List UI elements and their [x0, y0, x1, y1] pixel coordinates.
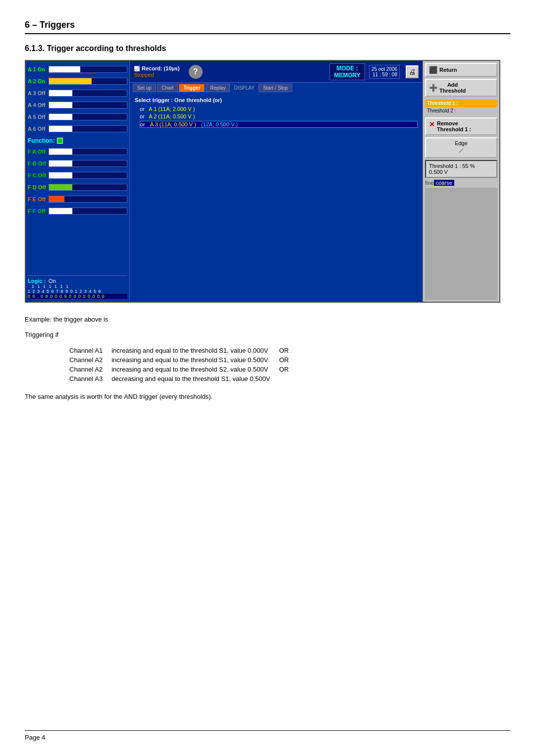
channel-a4-bar-container	[49, 102, 127, 108]
trigger-option-1-text: A 1 (11A; 2.000 V )	[149, 106, 195, 112]
record-label: Record: (10µs)	[142, 65, 180, 71]
channel-fd-bar	[49, 184, 72, 190]
tab-setup[interactable]: Set up	[133, 84, 156, 92]
right-panel: ⬛ Return ➕ AddThreshold Threshold 1 : Th…	[423, 61, 499, 302]
channel-a5-bar	[49, 114, 72, 120]
return-label: Return	[439, 67, 457, 73]
channel-a3-bar	[49, 90, 72, 96]
trigger-desc-1: increasing and equal to the threshold S1…	[107, 346, 274, 355]
trigger-title: Select trigger : One threshold (or)	[135, 97, 418, 103]
channel-a2[interactable]: A 2 On	[28, 76, 127, 87]
edge-button[interactable]: Edge ⟋	[425, 137, 497, 158]
footer: Page 4	[25, 730, 510, 741]
trigger-option-2[interactable]: or A 2 (11A; 0.500 V )	[140, 113, 418, 119]
threshold-value-box: Threshold 1 : 55 % 0.500 V	[425, 160, 497, 178]
logic-numbers-row1: 1 1 1 1 1 1 1	[28, 284, 127, 289]
channel-ff-label: F F Off	[28, 208, 48, 214]
trigger-connector-1: OR	[275, 346, 293, 355]
or-label-3: or	[140, 121, 148, 127]
trigger-desc-4: decreasing and equal to the threshold S1…	[107, 375, 274, 383]
threshold2-label[interactable]: Threshold 2 :	[425, 107, 497, 114]
nav-row: Set up Chart Trigger Replay DISPLAY Star…	[130, 83, 423, 93]
channel-a6-label: A 6 Off	[28, 126, 48, 132]
fine-coarse-box: fine coarse	[425, 180, 497, 186]
date-display: 25 oct 2006	[372, 66, 397, 72]
trigger-option-3-text: A 3 (11A; 0.500 V )	[150, 121, 196, 127]
edge-icon: ⟋	[429, 146, 493, 155]
channel-fc-bar	[49, 172, 72, 178]
mode-value: MEMORY	[334, 72, 361, 79]
start-stop-button[interactable]: Start / Stop	[259, 84, 292, 92]
datetime-box: 25 oct 2006 11 : 59 : 08	[369, 65, 400, 79]
tab-replay[interactable]: Replay	[206, 84, 230, 92]
return-icon-area: 🖨	[406, 65, 419, 78]
function-text: Function:	[28, 137, 55, 144]
channel-a5-label: A 5 Off	[28, 114, 48, 120]
return-button[interactable]: ⬛ Return	[425, 63, 497, 77]
trigger-area: Select trigger : One threshold (or) or A…	[130, 93, 423, 133]
return-icon-button[interactable]: 🖨	[406, 65, 419, 78]
channel-fa[interactable]: F A Off	[28, 146, 127, 157]
channel-fc-label: F C Off	[28, 172, 48, 178]
channel-fc[interactable]: F C Off	[28, 170, 127, 181]
channel-fd[interactable]: F D Off	[28, 182, 127, 193]
channel-a3-label: A 3 Off	[28, 90, 48, 96]
trigger-option-3[interactable]: or A 3 (11A; 0.500 V ) (12A; 0.500 V )	[140, 121, 418, 128]
channel-ff[interactable]: F F Off	[28, 206, 127, 216]
logic-label: Logic :	[28, 278, 46, 284]
trigger-channel-1: Channel A1	[65, 346, 107, 355]
channel-fe-bar	[49, 196, 64, 202]
threshold-percent: Threshold 1 : 55 %	[429, 163, 493, 169]
channel-a5[interactable]: A 5 Off	[28, 111, 127, 122]
channel-a1[interactable]: A 1 On	[28, 64, 127, 75]
channel-fa-bar	[49, 149, 72, 155]
coarse-label[interactable]: coarse	[434, 180, 454, 186]
channel-a4-bar	[49, 102, 72, 108]
remove-threshold-button[interactable]: ✕ RemoveThreshold 1 :	[425, 117, 497, 135]
channel-fc-bar-container	[49, 172, 127, 179]
left-panel: A 1 On A 2 On A 3 Off A 4 Off A 5 Off	[26, 61, 130, 302]
mode-label: MODE :	[334, 65, 361, 72]
or-label-1: or	[140, 106, 148, 112]
channel-fb[interactable]: F B Off	[28, 158, 127, 169]
section-title: 6 – Triggers	[25, 20, 510, 34]
page-label: Page 4	[25, 734, 45, 741]
question-icon[interactable]: ?	[189, 65, 203, 79]
channel-a2-bar-container	[49, 78, 127, 85]
channel-fa-bar-container	[49, 148, 127, 155]
tab-trigger[interactable]: Trigger	[179, 84, 205, 92]
gray-filler	[425, 188, 497, 300]
threshold-labels: Threshold 1 : Threshold 2 :	[425, 99, 497, 115]
center-panel: 📈 Record: (10µs) Stopped ? MODE : MEMORY…	[130, 61, 423, 302]
channel-a6[interactable]: A 6 Off	[28, 123, 127, 134]
channel-fe-bar-container	[49, 196, 127, 203]
channel-a3[interactable]: A 3 Off	[28, 88, 127, 99]
channel-a4[interactable]: A 4 Off	[28, 100, 127, 110]
channel-a5-bar-container	[49, 113, 127, 120]
add-threshold-label: AddThreshold	[439, 82, 466, 94]
display-label: DISPLAY	[231, 85, 258, 91]
channel-a4-label: A 4 Off	[28, 102, 48, 108]
table-row: Channel A3 decreasing and equal to the t…	[65, 375, 293, 383]
edge-label: Edge	[429, 140, 493, 146]
trigger-channel-2: Channel A2	[65, 356, 107, 364]
threshold1-label[interactable]: Threshold 1 :	[425, 100, 497, 107]
add-icon: ➕	[429, 84, 437, 92]
table-row: Channel A1 increasing and equal to the t…	[65, 346, 293, 355]
channel-a6-bar	[49, 126, 72, 132]
trigger-option-1[interactable]: or A 1 (11A; 2.000 V )	[140, 106, 418, 112]
table-row: Channel A2 increasing and equal to the t…	[65, 365, 293, 374]
trigger-table: Channel A1 increasing and equal to the t…	[64, 345, 294, 384]
top-bar: 📈 Record: (10µs) Stopped ? MODE : MEMORY…	[130, 61, 423, 83]
channel-fd-label: F D Off	[28, 184, 48, 190]
channel-a1-bar-container	[49, 66, 127, 73]
channel-fe[interactable]: F E Off	[28, 194, 127, 205]
add-threshold-button[interactable]: ➕ AddThreshold	[425, 79, 497, 97]
logic-section: Logic : On 1 1 1 1 1 1 1 1 2 3 4 5 6 7 8…	[28, 275, 127, 299]
trigger-connector-4	[275, 375, 293, 383]
function-checkbox[interactable]	[57, 138, 63, 144]
trigger-desc-3: increasing and equal to the threshold S2…	[107, 365, 274, 374]
stopped-label: Stopped	[134, 72, 180, 78]
trigger-option-3-extra: (12A; 0.500 V )	[198, 121, 238, 127]
tab-chart[interactable]: Chart	[157, 84, 178, 92]
